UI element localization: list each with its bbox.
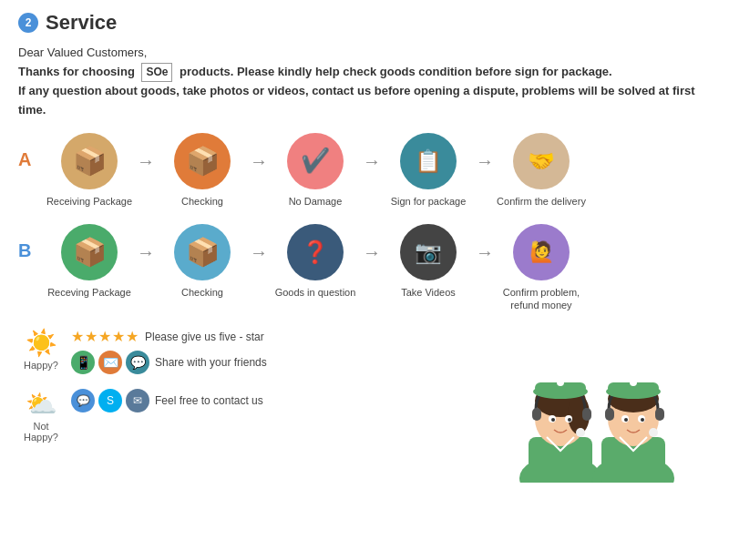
flow-row-b: B 📦 Receving Package → 📦 Checking → ❓ Go… xyxy=(18,224,711,312)
skype-icon[interactable]: S xyxy=(98,389,122,412)
arrow-a3: → xyxy=(361,151,383,172)
arrow-a1: → xyxy=(135,151,157,172)
step-b4: 📷 Take Videos xyxy=(383,224,474,299)
step-b1-icon: 📦 xyxy=(61,224,118,280)
main-container: 2 Service Dear Valued Customers, Thanks … xyxy=(0,0,729,494)
messenger-icon[interactable]: 💬 xyxy=(71,389,95,412)
step-a2: 📦 Checking xyxy=(157,133,248,208)
happy-label: Happy? xyxy=(18,360,64,371)
share-icons: 📱 ✉️ 💬 xyxy=(71,351,149,374)
contact-text: Feel free to contact us xyxy=(155,394,263,407)
share-text: Share with your friends xyxy=(155,356,267,369)
share-row: 📱 ✉️ 💬 Share with your friends xyxy=(71,351,456,374)
step-a3-icon: ✔️ xyxy=(287,133,344,189)
svg-point-11 xyxy=(576,428,585,437)
arrow-b3: → xyxy=(361,242,383,263)
feedback-left: ☀️ Happy? ★★★★★ Please give us five - st… xyxy=(18,328,456,483)
step-b2: 📦 Checking xyxy=(157,224,248,299)
not-happy-row: ⛅ Not Happy? 💬 S ✉ Feel free to contact … xyxy=(18,389,456,443)
happy-row: ☀️ Happy? ★★★★★ Please give us five - st… xyxy=(18,328,456,380)
step-a1: 📦 Receiving Package xyxy=(44,133,135,208)
svg-point-28 xyxy=(630,379,637,386)
svg-point-8 xyxy=(568,418,571,422)
not-happy-icon-area: ⛅ Not Happy? xyxy=(18,389,64,443)
happy-actions: ★★★★★ Please give us five - star 📱 ✉️ 💬 … xyxy=(71,328,456,380)
step-a5: 🤝 Confirm the delivery xyxy=(496,133,587,208)
svg-point-14 xyxy=(557,379,564,386)
phone-icon[interactable]: 📱 xyxy=(71,351,95,374)
flow-row-a: A 📦 Receiving Package → 📦 Checking → ✔️ … xyxy=(18,133,711,208)
row-a-steps: 📦 Receiving Package → 📦 Checking → ✔️ No… xyxy=(44,133,587,208)
contact-icons: 💬 S ✉ xyxy=(71,389,149,412)
step-b1-label: Receving Package xyxy=(47,286,131,299)
not-happy-actions: 💬 S ✉ Feel free to contact us xyxy=(71,389,456,418)
step-a3-label: No Damage xyxy=(289,195,343,208)
svg-rect-23 xyxy=(605,408,614,421)
mail-icon[interactable]: ✉️ xyxy=(98,351,122,374)
step-b3-label: Goods in question xyxy=(275,286,356,299)
svg-rect-9 xyxy=(532,408,541,421)
contact-row: 💬 S ✉ Feel free to contact us xyxy=(71,389,456,412)
step-b5: 🙋 Confirm problem, refund money xyxy=(496,224,587,312)
description: Thanks for choosing SOe products. Please… xyxy=(18,63,711,120)
row-a-label: A xyxy=(18,149,35,170)
customer-service-area xyxy=(474,328,711,483)
step-a2-icon: 📦 xyxy=(174,133,231,189)
svg-point-21 xyxy=(624,418,628,422)
arrow-b1: → xyxy=(135,242,157,263)
star-rating: ★★★★★ xyxy=(71,328,139,345)
svg-point-25 xyxy=(649,428,658,437)
step-b5-icon: 🙋 xyxy=(513,224,570,280)
happy-icon-area: ☀️ Happy? xyxy=(18,328,64,371)
step-a2-label: Checking xyxy=(181,195,223,208)
cloud-icon: ⛅ xyxy=(18,389,64,419)
brand-name: SOe xyxy=(141,63,172,82)
step-a5-label: Confirm the delivery xyxy=(497,195,586,208)
step-b2-label: Checking xyxy=(181,286,223,299)
arrow-b2: → xyxy=(248,242,270,263)
step-b3: ❓ Goods in question xyxy=(270,224,361,299)
step-a4: 📋 Sign for package xyxy=(383,133,474,208)
step-a4-label: Sign for package xyxy=(391,195,467,208)
stars-text: Please give us five - star xyxy=(145,331,264,343)
stars-row: ★★★★★ Please give us five - star xyxy=(71,328,456,345)
step-b1: 📦 Receving Package xyxy=(44,224,135,299)
page-title: Service xyxy=(46,11,117,35)
step-b4-icon: 📷 xyxy=(400,224,457,280)
customer-service-svg xyxy=(483,328,702,483)
svg-point-7 xyxy=(551,418,555,422)
svg-rect-24 xyxy=(655,408,664,421)
arrow-b4: → xyxy=(474,242,496,263)
sun-icon: ☀️ xyxy=(18,328,64,358)
email-icon[interactable]: ✉ xyxy=(126,389,149,412)
step-a5-icon: 🤝 xyxy=(513,133,570,189)
step-b3-icon: ❓ xyxy=(287,224,344,280)
svg-point-22 xyxy=(641,418,644,422)
bottom-section: ☀️ Happy? ★★★★★ Please give us five - st… xyxy=(18,328,711,483)
step-a1-icon: 📦 xyxy=(61,133,118,189)
step-a4-icon: 📋 xyxy=(400,133,457,189)
step-b4-label: Take Videos xyxy=(401,286,456,299)
step-b5-label: Confirm problem, refund money xyxy=(496,286,587,312)
arrow-a2: → xyxy=(248,151,270,172)
step-b2-icon: 📦 xyxy=(174,224,231,280)
not-happy-label: Not Happy? xyxy=(18,421,64,443)
arrow-a4: → xyxy=(474,151,496,172)
svg-rect-10 xyxy=(582,408,591,421)
row-b-label: B xyxy=(18,240,35,261)
step-a3: ✔️ No Damage xyxy=(270,133,361,208)
greeting: Dear Valued Customers, xyxy=(18,44,711,63)
row-b-steps: 📦 Receving Package → 📦 Checking → ❓ Good… xyxy=(44,224,587,312)
header: 2 Service xyxy=(18,11,711,35)
chat-icon[interactable]: 💬 xyxy=(126,351,149,374)
step-a1-label: Receiving Package xyxy=(46,195,132,208)
intro-text: Dear Valued Customers, Thanks for choosi… xyxy=(18,44,711,120)
step-badge: 2 xyxy=(18,13,38,33)
